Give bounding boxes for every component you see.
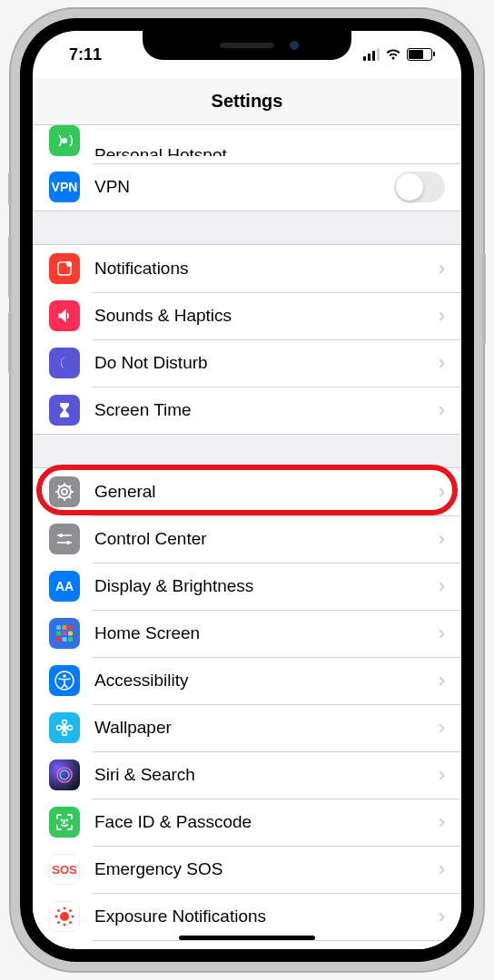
row-label: Do Not Disturb (94, 353, 439, 373)
chevron-right-icon: › (439, 257, 445, 280)
screen: 7:11 Settings (33, 31, 461, 949)
svg-point-28 (62, 725, 67, 730)
svg-point-29 (63, 720, 67, 725)
volume-down-button (8, 312, 12, 374)
chevron-right-icon: › (439, 304, 445, 328)
svg-point-44 (57, 921, 60, 924)
face-id-icon (49, 807, 80, 838)
battery-icon (49, 948, 80, 949)
settings-row-notifications[interactable]: Notifications › (33, 245, 461, 292)
row-label: Wallpaper (94, 718, 439, 738)
row-label: General (94, 482, 439, 502)
svg-point-35 (62, 820, 63, 821)
settings-section: Notifications › Sounds & Haptics › (33, 244, 461, 435)
nav-header: Settings (33, 78, 461, 125)
text-size-icon: AA (49, 571, 80, 602)
svg-point-41 (72, 916, 74, 918)
row-label: Display & Brightness (94, 576, 439, 596)
chevron-right-icon: › (439, 622, 445, 645)
chevron-right-icon: › (439, 905, 445, 928)
row-label: Control Center (94, 529, 439, 549)
home-indicator[interactable] (179, 936, 315, 940)
chevron-right-icon: › (439, 716, 445, 740)
phone-bezel: 7:11 Settings (20, 18, 474, 962)
svg-rect-21 (63, 632, 67, 636)
settings-row-sounds-haptics[interactable]: Sounds & Haptics › (33, 292, 461, 339)
svg-line-12 (69, 485, 71, 487)
settings-row-general[interactable]: General › (33, 468, 461, 515)
chevron-right-icon: › (439, 858, 445, 881)
cellular-signal-icon (363, 48, 380, 61)
svg-point-34 (60, 770, 69, 779)
svg-point-37 (60, 912, 69, 921)
settings-row-control-center[interactable]: Control Center › (33, 515, 461, 563)
svg-rect-18 (63, 625, 67, 630)
svg-point-2 (66, 261, 72, 267)
chevron-right-icon: › (439, 574, 445, 598)
chevron-right-icon: › (439, 351, 445, 375)
svg-point-42 (57, 909, 60, 912)
exposure-icon (49, 901, 80, 932)
phone-frame: 7:11 Settings (11, 9, 483, 971)
svg-rect-19 (68, 625, 73, 630)
settings-row-vpn[interactable]: VPN VPN (33, 163, 461, 211)
flower-icon (49, 712, 80, 743)
row-label: Emergency SOS (94, 859, 439, 879)
row-label: Sounds & Haptics (94, 306, 439, 326)
chevron-right-icon: › (439, 763, 445, 787)
svg-point-27 (63, 674, 66, 678)
row-label: Face ID & Passcode (94, 812, 439, 832)
settings-row-accessibility[interactable]: Accessibility › (33, 657, 461, 704)
row-label: Home Screen (94, 623, 439, 643)
page-title: Settings (212, 91, 283, 112)
settings-row-hotspot[interactable]: Personal Hotspot (33, 125, 461, 163)
svg-line-10 (69, 496, 71, 498)
svg-point-40 (55, 916, 58, 918)
volume-up-button (8, 236, 12, 298)
vpn-icon: VPN (49, 172, 80, 202)
home-grid-icon (49, 618, 80, 649)
settings-list[interactable]: Personal Hotspot VPN VPN Notifications (33, 125, 461, 949)
chevron-right-icon: › (439, 669, 445, 692)
settings-row-dnd[interactable]: Do Not Disturb › (33, 339, 461, 387)
svg-point-0 (62, 138, 67, 143)
notch (143, 31, 351, 60)
svg-line-9 (58, 485, 60, 487)
chevron-right-icon: › (439, 480, 445, 504)
svg-point-39 (64, 924, 66, 926)
notifications-icon (49, 253, 80, 284)
svg-point-31 (57, 726, 62, 730)
sos-icon: SOS (49, 854, 80, 885)
settings-row-display-brightness[interactable]: AA Display & Brightness › (33, 563, 461, 610)
settings-row-home-screen[interactable]: Home Screen › (33, 610, 461, 657)
power-button (482, 254, 486, 345)
settings-row-emergency-sos[interactable]: SOS Emergency SOS › (33, 846, 461, 893)
svg-rect-23 (56, 637, 61, 642)
settings-section: Personal Hotspot VPN VPN (33, 125, 461, 211)
svg-rect-22 (68, 632, 73, 636)
svg-rect-25 (68, 637, 73, 642)
vpn-toggle[interactable] (394, 172, 445, 202)
settings-section: General › Control Center › AA Display & … (33, 467, 461, 949)
accessibility-icon (49, 665, 80, 696)
siri-icon (49, 760, 80, 790)
row-label: Notifications (94, 259, 439, 279)
settings-row-face-id[interactable]: Face ID & Passcode › (33, 799, 461, 846)
settings-row-exposure-notifications[interactable]: Exposure Notifications › (33, 893, 461, 940)
settings-row-siri-search[interactable]: Siri & Search › (33, 751, 461, 799)
svg-point-43 (69, 921, 72, 924)
moon-icon (49, 348, 80, 378)
svg-rect-17 (56, 625, 61, 630)
svg-point-36 (67, 820, 68, 821)
sliders-icon (49, 524, 80, 554)
wifi-icon (385, 48, 401, 61)
row-label: VPN (94, 177, 394, 197)
settings-row-battery[interactable]: Battery › (33, 940, 461, 949)
battery-icon (407, 48, 432, 61)
settings-row-screen-time[interactable]: Screen Time › (33, 387, 461, 434)
svg-point-32 (68, 726, 73, 730)
row-label: Siri & Search (94, 765, 439, 785)
settings-row-wallpaper[interactable]: Wallpaper › (33, 704, 461, 751)
row-label: Accessibility (94, 671, 439, 691)
chevron-right-icon: › (439, 398, 445, 422)
